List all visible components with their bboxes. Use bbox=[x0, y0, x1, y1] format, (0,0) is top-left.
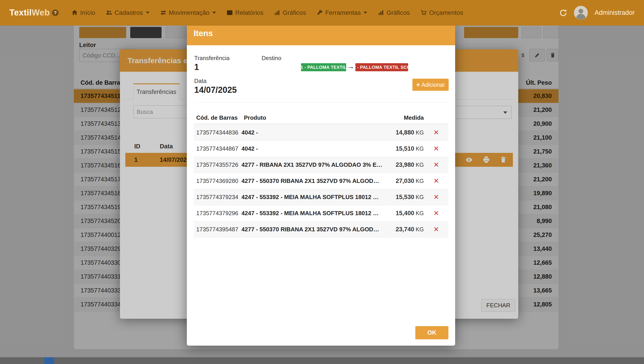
remove-item-button[interactable] bbox=[424, 210, 448, 217]
nav-item-label: Início bbox=[80, 9, 95, 16]
bar-chart-icon bbox=[274, 10, 280, 16]
app-root: TextilWeb ? Início Cadastros Movimentaçã… bbox=[0, 0, 644, 364]
item-produto: 4042 - bbox=[242, 129, 386, 136]
nav-item-label: Gráficos bbox=[386, 9, 410, 16]
destino-badge: 2 - PALLOMA TEXTIL SCC bbox=[355, 63, 408, 71]
table-icon bbox=[227, 10, 233, 16]
transferencia-value: 1 bbox=[194, 62, 199, 72]
nav-item-label: Relatórios bbox=[235, 9, 263, 16]
item-medida: 15,530 KG bbox=[386, 194, 424, 201]
remove-item-button[interactable] bbox=[424, 194, 448, 201]
itens-modal: Itens Transferência 1 Destino 1 - PALLOM… bbox=[187, 21, 455, 346]
ok-button[interactable]: OK bbox=[415, 326, 448, 339]
item-medida: 23,740 KG bbox=[386, 226, 424, 233]
items-table-header: Cód. de Barras Produto Medida bbox=[194, 111, 448, 124]
item-produto: 4042 - bbox=[242, 145, 386, 152]
data-label: Data bbox=[194, 77, 206, 85]
user-name[interactable]: Administrador bbox=[594, 9, 634, 16]
chevron-down-icon bbox=[364, 12, 367, 14]
col-produto-header: Produto bbox=[244, 114, 266, 121]
item-medida: 27,030 KG bbox=[386, 177, 424, 185]
nav-item-movimentacao[interactable]: Movimentação bbox=[155, 0, 221, 26]
x-delete-icon bbox=[433, 226, 439, 233]
item-row: 17357743448674042 -15,510 KG bbox=[194, 141, 448, 157]
item-barcode: 1735774395487 bbox=[194, 226, 242, 233]
wrench-icon bbox=[317, 10, 323, 16]
item-row: 17357743692804277 - 550370 RIBANA 2X1 35… bbox=[194, 173, 448, 189]
x-delete-icon bbox=[433, 178, 439, 185]
item-barcode: 1735774355726 bbox=[194, 161, 242, 168]
nav-item-label: Gráficos bbox=[282, 9, 306, 16]
nav-item-relatorios[interactable]: Relatórios bbox=[221, 0, 269, 26]
adicionar-button[interactable]: + Adicionar bbox=[412, 79, 449, 91]
remove-item-button[interactable] bbox=[424, 129, 448, 136]
item-medida: 23,980 KG bbox=[386, 161, 424, 168]
nav-item-label: Ferramentas bbox=[325, 9, 361, 16]
user-avatar[interactable] bbox=[574, 6, 588, 20]
item-barcode: 1735774344836 bbox=[194, 129, 242, 136]
nav-item-cadastros[interactable]: Cadastros bbox=[100, 0, 155, 26]
nav-item-label: Orçamentos bbox=[429, 9, 463, 16]
bar-chart-icon bbox=[378, 10, 384, 16]
brand-part1: Textil bbox=[10, 8, 32, 18]
adicionar-label: Adicionar bbox=[422, 82, 445, 88]
col-medida-header: Medida bbox=[404, 114, 424, 121]
item-produto: 4277 - 550370 RIBANA 2X1 3527VD 97% ALGO… bbox=[242, 226, 386, 233]
item-row: 17357743448364042 -14,880 KG bbox=[194, 125, 448, 141]
item-row: 17357743792344247 - 553392 - MEIA MALHA … bbox=[194, 189, 448, 205]
top-navbar: TextilWeb ? Início Cadastros Movimentaçã… bbox=[0, 0, 644, 26]
brand-logo[interactable]: TextilWeb ? bbox=[10, 8, 59, 18]
item-produto: 4247 - 553392 - MEIA MALHA SOFTPLUS 1801… bbox=[242, 194, 386, 201]
item-medida: 15,400 KG bbox=[386, 210, 424, 217]
x-delete-icon bbox=[433, 194, 439, 201]
item-medida: 14,880 KG bbox=[386, 129, 424, 136]
item-barcode: 1735774379234 bbox=[194, 194, 242, 201]
x-delete-icon bbox=[433, 129, 439, 136]
nav-item-inicio[interactable]: Início bbox=[66, 0, 100, 26]
nav-item-orcamentos[interactable]: Orçamentos bbox=[415, 0, 468, 26]
item-row: 17357743557264277 - RIBANA 2X1 3527VD 97… bbox=[194, 157, 448, 173]
itens-modal-title: Itens bbox=[194, 29, 213, 38]
divider bbox=[194, 102, 448, 103]
plus-icon: + bbox=[416, 82, 420, 88]
transferencia-label: Transferência bbox=[194, 55, 230, 62]
chevron-down-icon bbox=[146, 12, 150, 14]
nav-right: Administrador bbox=[559, 6, 634, 20]
col-barcode-header: Cód. de Barras bbox=[196, 114, 238, 121]
chevron-down-icon bbox=[212, 12, 216, 14]
item-medida: 15,510 KG bbox=[386, 145, 424, 152]
home-icon bbox=[72, 10, 78, 16]
remove-item-button[interactable] bbox=[424, 226, 448, 233]
remove-item-button[interactable] bbox=[424, 145, 448, 152]
item-row: 17357743954874277 - 550370 RIBANA 2X1 35… bbox=[194, 222, 448, 238]
item-produto: 4277 - 550370 RIBANA 2X1 3527VD 97% ALGO… bbox=[242, 177, 386, 185]
nav-item-label: Cadastros bbox=[114, 9, 143, 16]
nav-menu: Início Cadastros Movimentação Relatórios… bbox=[66, 0, 468, 26]
cart-icon bbox=[420, 10, 426, 16]
remove-item-button[interactable] bbox=[424, 162, 448, 168]
exchange-arrows-icon bbox=[160, 10, 166, 16]
item-barcode: 1735774379296 bbox=[194, 210, 242, 217]
origem-badge: 1 - PALLOMA TEXTIL bbox=[301, 63, 346, 71]
refresh-button[interactable] bbox=[559, 9, 567, 17]
x-delete-icon bbox=[433, 145, 439, 152]
nav-item-graficos[interactable]: Gráficos bbox=[269, 0, 311, 26]
nav-item-ferramentas[interactable]: Ferramentas bbox=[311, 0, 372, 26]
users-icon bbox=[106, 10, 112, 16]
item-barcode: 1735774369280 bbox=[194, 177, 242, 185]
x-delete-icon bbox=[433, 210, 439, 217]
item-produto: 4247 - 553392 - MEIA MALHA SOFTPLUS 1801… bbox=[242, 210, 386, 217]
nav-item-graficos-2[interactable]: Gráficos bbox=[372, 0, 415, 26]
x-delete-icon bbox=[433, 162, 439, 168]
data-value: 14/07/2025 bbox=[194, 85, 237, 95]
nav-item-label: Movimentação bbox=[169, 9, 210, 16]
item-barcode: 1735774344867 bbox=[194, 145, 242, 152]
remove-item-button[interactable] bbox=[424, 178, 448, 185]
brand-part2: Web bbox=[32, 8, 50, 18]
item-row: 17357743792964247 - 553392 - MEIA MALHA … bbox=[194, 205, 448, 222]
item-produto: 4277 - RIBANA 2X1 3527VD 97% ALGODAO 3% … bbox=[242, 161, 386, 168]
help-icon[interactable]: ? bbox=[52, 10, 59, 16]
itens-rows: 17357743448364042 -14,880 KG173577434486… bbox=[194, 125, 448, 238]
destino-label: Destino bbox=[262, 55, 281, 62]
